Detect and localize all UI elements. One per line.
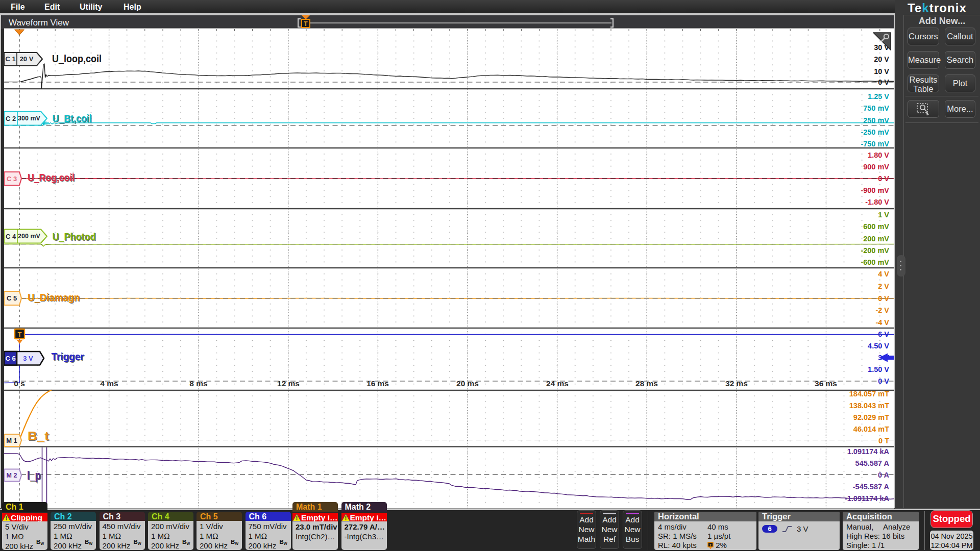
svg-text:20 ms: 20 ms [456, 379, 479, 388]
svg-text:0 A: 0 A [878, 471, 890, 479]
svg-text:92.029 mT: 92.029 mT [853, 413, 889, 421]
svg-text:T: T [709, 543, 712, 547]
svg-text:-250 mV: -250 mV [861, 128, 889, 136]
svg-text:16 ms: 16 ms [366, 379, 389, 388]
svg-text:C 4: C 4 [6, 233, 16, 240]
svg-text:Trigger: Trigger [52, 351, 84, 362]
svg-text:545.587 A: 545.587 A [855, 459, 890, 467]
svg-text:C 6: C 6 [5, 355, 15, 362]
svg-text:-1.091174 kA: -1.091174 kA [845, 494, 890, 503]
svg-text:0 V: 0 V [878, 78, 889, 86]
svg-text:46.014 mT: 46.014 mT [853, 425, 889, 433]
svg-text:600 mV: 600 mV [863, 222, 889, 231]
svg-text:24 ms: 24 ms [546, 379, 569, 388]
svg-text:20 V: 20 V [20, 55, 34, 63]
svg-text:0 V: 0 V [878, 377, 889, 385]
svg-text:28 ms: 28 ms [635, 379, 658, 388]
svg-text:6 V: 6 V [878, 330, 889, 338]
svg-text:20 V: 20 V [874, 55, 889, 63]
svg-text:3 V: 3 V [23, 355, 33, 362]
svg-text:I_p: I_p [27, 468, 41, 482]
svg-text:1.25 V: 1.25 V [868, 92, 889, 101]
svg-text:B_t: B_t [28, 429, 49, 443]
svg-text:C 3: C 3 [7, 175, 17, 183]
svg-text:U_loop,coil: U_loop,coil [52, 53, 102, 64]
svg-text:M 1: M 1 [6, 437, 17, 444]
svg-text:0 V: 0 V [878, 174, 889, 183]
svg-text:T: T [304, 20, 308, 28]
svg-text:900 mV: 900 mV [863, 163, 889, 171]
svg-text:-1.80 V: -1.80 V [865, 198, 889, 206]
svg-text:0 T: 0 T [878, 437, 889, 445]
svg-text:U_Rog,coil: U_Rog,coil [28, 172, 75, 183]
svg-text:M 2: M 2 [7, 472, 17, 479]
svg-text:1 V: 1 V [878, 211, 889, 219]
svg-text:200 mV: 200 mV [863, 235, 889, 243]
svg-text:12 ms: 12 ms [277, 379, 300, 388]
svg-text:T: T [18, 331, 22, 338]
svg-text:-2 V: -2 V [875, 306, 889, 314]
svg-text:U_Photod: U_Photod [53, 231, 96, 242]
svg-text:300 mV: 300 mV [18, 115, 40, 122]
svg-text:10 V: 10 V [874, 67, 889, 76]
svg-text:138.043 mT: 138.043 mT [849, 402, 889, 410]
svg-text:-750 mV: -750 mV [861, 140, 889, 148]
svg-text:8 ms: 8 ms [189, 379, 207, 388]
svg-text:-900 mV: -900 mV [861, 186, 889, 194]
svg-text:250 mV: 250 mV [863, 116, 889, 124]
svg-text:U_Bt,coil: U_Bt,coil [53, 113, 92, 124]
svg-text:2 V: 2 V [878, 282, 889, 290]
svg-text:200 mV: 200 mV [18, 233, 40, 240]
svg-text:C 2: C 2 [6, 115, 16, 122]
svg-text:1.50 V: 1.50 V [868, 365, 889, 373]
svg-text:C 5: C 5 [7, 294, 17, 302]
svg-text:U_Diamagn: U_Diamagn [28, 292, 80, 303]
svg-text:184.057 mT: 184.057 mT [849, 390, 889, 398]
svg-text:4 V: 4 V [878, 270, 889, 278]
svg-text:1.80 V: 1.80 V [868, 151, 889, 159]
svg-text:1.091174 kA: 1.091174 kA [847, 447, 890, 456]
svg-text:-600 mV: -600 mV [861, 258, 889, 266]
svg-text:-200 mV: -200 mV [861, 246, 889, 255]
svg-text:4 ms: 4 ms [100, 379, 118, 388]
svg-text:0 s: 0 s [14, 379, 25, 388]
svg-text:32 ms: 32 ms [725, 379, 748, 388]
svg-text:0 V: 0 V [878, 294, 889, 303]
svg-text:-4 V: -4 V [875, 318, 889, 327]
svg-text:C 1: C 1 [5, 55, 15, 63]
svg-text:4.50 V: 4.50 V [868, 342, 889, 350]
svg-text:750 mV: 750 mV [863, 104, 889, 112]
svg-text:-545.587 A: -545.587 A [853, 483, 890, 491]
svg-text:36 ms: 36 ms [815, 379, 837, 388]
